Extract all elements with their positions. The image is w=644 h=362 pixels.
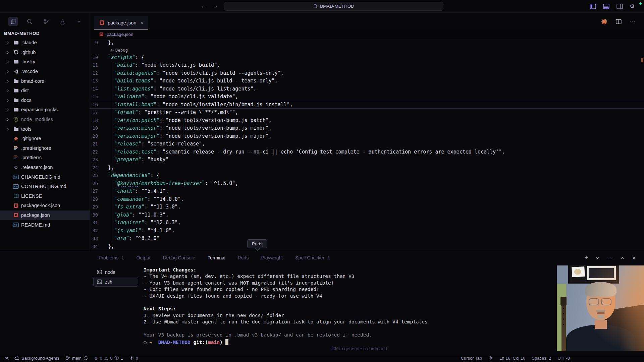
panel-tab-output[interactable]: Output [136, 254, 151, 262]
code-line-23[interactable]: 23 "prepare": "husky" [90, 156, 644, 164]
zoom-indicator[interactable] [488, 356, 493, 361]
tree-item-husky[interactable]: ›.husky [0, 57, 90, 67]
code-line-13[interactable]: 13 "build:teams": "node tools/cli.js bui… [90, 77, 644, 85]
tree-item-prettierrc[interactable]: ›.prettierrc [0, 153, 90, 163]
code-line-30[interactable]: 30 "glob": "^11.0.3", [90, 211, 644, 219]
tree-item-package-lock-json[interactable]: ›package-lock.json [0, 201, 90, 210]
tree-item-vscode[interactable]: ›.vscode [0, 67, 90, 76]
broadcast-indicator[interactable]: 0 [129, 356, 138, 361]
nav-back-button[interactable]: ← [201, 3, 206, 9]
tree-item-license[interactable]: ›LICENSE [0, 191, 90, 201]
panel-tab-problems[interactable]: Problems1 [98, 254, 124, 262]
beaker-icon[interactable] [57, 17, 67, 26]
toggle-panel-bottom-icon[interactable] [603, 4, 609, 9]
code-line-32[interactable]: 32 "js-yaml": "^4.1.0", [90, 227, 644, 235]
code-editor[interactable]: 9 },▷Debug10 "scripts": {11 "build": "no… [90, 39, 644, 251]
toggle-panel-right-icon[interactable] [616, 4, 623, 9]
code-line-27[interactable]: 27 "chalk": "^5.4.1", [90, 187, 644, 195]
close-tab-icon[interactable]: × [140, 20, 143, 25]
git-branch-indicator[interactable]: main [66, 356, 88, 361]
project-title[interactable]: BMAD-METHOD [4, 31, 90, 36]
code-line-24[interactable]: 24 }, [90, 164, 644, 172]
source-control-icon[interactable] [41, 17, 51, 26]
code-line-14[interactable]: 14 "list:agents": "node tools/cli.js lis… [90, 85, 644, 93]
chevron-down-icon[interactable] [74, 17, 84, 26]
terminal-dropdown-chevron-icon[interactable] [596, 256, 599, 260]
settings-gear-icon[interactable]: ⚙ [630, 3, 635, 9]
prettier-icon [13, 145, 19, 151]
code-line-29[interactable]: 29 "fs-extra": "^11.3.0", [90, 203, 644, 211]
tree-item-dist[interactable]: ›dist [0, 86, 90, 96]
tree-item-claude[interactable]: ›.claude [0, 38, 90, 48]
panel-tab-spell-checker[interactable]: Spell Checker1 [294, 254, 330, 262]
panel-tab-terminal[interactable]: Terminal [207, 254, 226, 262]
background-agents-button[interactable]: Background Agents [14, 356, 59, 361]
code-line-16[interactable]: 16 "install:bmad": "node tools/installer… [90, 101, 644, 109]
tree-item-changelog-md[interactable]: ›CHANGELOG.md [0, 172, 90, 182]
panel-tab-debug-console[interactable]: Debug Console [162, 254, 196, 262]
code-text: "ora": "^8.2.0" [102, 235, 160, 243]
code-text: "version:major": "node tools/version-bum… [102, 132, 272, 140]
code-line-11[interactable]: 11 "build": "node tools/cli.js build", [90, 61, 644, 69]
code-line-31[interactable]: 31 "inquirer": "^12.6.3", [90, 219, 644, 227]
split-editor-icon[interactable] [616, 19, 622, 24]
tree-item-prettierignore[interactable]: ›.prettierignore [0, 143, 90, 153]
tree-item-contributing-md[interactable]: ›CONTRIBUTING.md [0, 182, 90, 191]
panel-more-icon[interactable]: ⋯ [607, 255, 613, 261]
info-icon: ⓘ [114, 355, 119, 361]
code-line-15[interactable]: 15 "validate": "node tools/cli.js valida… [90, 93, 644, 101]
terminal-session-zsh[interactable]: zsh [93, 277, 138, 287]
encoding[interactable]: UTF-8 [557, 356, 570, 361]
search-icon[interactable] [24, 17, 35, 26]
code-line-10[interactable]: 10 "scripts": { [90, 54, 644, 62]
tree-item-label: .gitignore [21, 136, 41, 141]
more-actions-icon[interactable]: ⋯ [630, 18, 636, 25]
panel-maximize-icon[interactable] [621, 256, 625, 260]
tree-item-readme-md[interactable]: ›README.md [0, 220, 90, 230]
indentation[interactable]: Spaces: 2 [532, 356, 551, 361]
tree-item-tools[interactable]: ›tools [0, 124, 90, 134]
tab-package-json[interactable]: package.json × [94, 16, 148, 29]
tree-item-package-json[interactable]: ›package.json [0, 210, 90, 220]
code-line-19[interactable]: 19 "version:minor": "node tools/version-… [90, 124, 644, 132]
panel-tab-ports[interactable]: Ports [237, 254, 250, 262]
panel-tab-playwright[interactable]: Playwright [261, 254, 284, 262]
play-icon: ▷ [111, 47, 114, 54]
tree-item-github[interactable]: ›.github [0, 48, 90, 57]
cursor-position[interactable]: Ln 16, Col 10 [499, 356, 525, 361]
toggle-panel-left-icon[interactable] [590, 4, 596, 9]
code-line-34[interactable]: 34 }, [90, 243, 644, 251]
tree-item-bmad-core[interactable]: ›bmad-core [0, 76, 90, 86]
code-line-12[interactable]: 12 "build:agents": "node tools/cli.js bu… [90, 69, 644, 77]
tree-item-docs[interactable]: ›docs [0, 96, 90, 105]
code-line-18[interactable]: 18 "version:patch": "node tools/version-… [90, 117, 644, 125]
code-line-17[interactable]: 17 "format": "prettier --write \"**/*.md… [90, 109, 644, 117]
cursor-ai-star-icon[interactable] [601, 18, 607, 25]
remote-indicator[interactable]: >< [5, 356, 8, 361]
code-line-9[interactable]: 9 }, [90, 39, 644, 47]
code-line-28[interactable]: 28 "commander": "^14.0.0", [90, 195, 644, 203]
code-line-26[interactable]: 26 "@kayvan/markdown-tree-parser": "^1.5… [90, 180, 644, 188]
panel-tab-label: Spell Checker [295, 255, 324, 260]
code-line-33[interactable]: 33 "ora": "^8.2.0" [90, 235, 644, 243]
cursor-tab-status[interactable]: Cursor Tab [461, 356, 482, 361]
tree-item-node-modules[interactable]: ›JSnode_modules [0, 115, 90, 124]
breadcrumb[interactable]: package.json [90, 29, 133, 39]
code-line-21[interactable]: 21 "release": "semantic-release", [90, 140, 644, 148]
code-line-20[interactable]: 20 "version:major": "node tools/version-… [90, 132, 644, 140]
presenter-face [586, 284, 615, 320]
tree-item-gitignore[interactable]: ›.gitignore [0, 134, 90, 143]
nav-forward-button[interactable]: → [212, 3, 218, 9]
tree-item-expansion-packs[interactable]: ›expansion-packs [0, 105, 90, 115]
codelens-debug[interactable]: ▷Debug [90, 47, 644, 54]
explorer-copy-icon[interactable] [8, 17, 18, 26]
problems-indicator[interactable]: ⊗0 ⚠0 ⓘ1 [94, 355, 123, 361]
code-line-25[interactable]: 25 "dependencies": { [90, 172, 644, 180]
panel-close-icon[interactable]: × [632, 255, 635, 261]
terminal-icon [97, 279, 102, 285]
terminal-session-node[interactable]: node [93, 267, 138, 277]
new-terminal-plus-icon[interactable]: + [585, 254, 588, 261]
command-center-search[interactable]: BMAD-METHOD [224, 2, 443, 11]
tree-item-releaserc-json[interactable]: ›⚙.releaserc.json [0, 163, 90, 172]
code-line-22[interactable]: 22 "release:test": "semantic-release --d… [90, 148, 644, 156]
